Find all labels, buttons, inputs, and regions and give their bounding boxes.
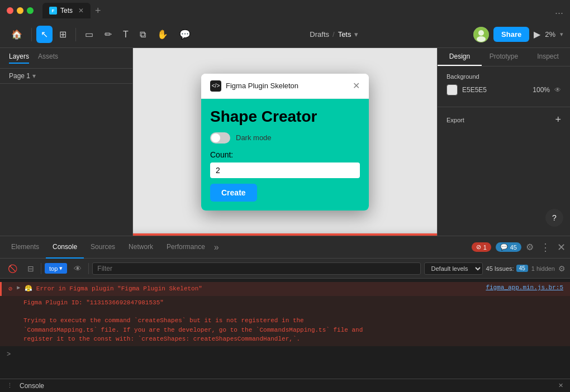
console-error-row: ⊘ ▶ 😤 Error in Figma plugin "Figma Plugi…	[0, 282, 570, 296]
right-panel: Design Prototype Inspect Background E5E5…	[437, 48, 570, 236]
top-label: top	[49, 265, 58, 272]
bg-hex-value[interactable]: E5E5E5	[462, 86, 528, 94]
visibility-icon[interactable]: 👁	[554, 86, 561, 94]
tab-inspect[interactable]: Inspect	[526, 48, 570, 66]
error-count: 1	[483, 244, 487, 251]
page-selector[interactable]: Page 1 ▾	[0, 69, 132, 84]
toolbar-separator-text: /	[332, 30, 335, 39]
dark-mode-toggle[interactable]	[210, 132, 230, 144]
issues-count: 45 Issues: 45	[486, 265, 528, 272]
expand-icon[interactable]: ▶	[17, 284, 20, 291]
toolbar-sep-2	[88, 263, 89, 274]
plugin-titlebar: </> Figma Plugin Skeleton ✕	[201, 74, 369, 99]
minimize-window-button[interactable]	[17, 7, 23, 14]
tab-sources[interactable]: Sources	[84, 236, 122, 259]
home-button[interactable]: 🏠	[7, 26, 27, 43]
page-chevron-icon: ▾	[32, 72, 36, 80]
tab-design[interactable]: Design	[438, 48, 482, 66]
eye-button[interactable]: 👁	[70, 262, 85, 275]
close-window-button[interactable]	[7, 7, 13, 14]
tab-label: Tets	[60, 7, 73, 15]
tab-close-button[interactable]: ✕	[78, 7, 84, 15]
devtools-close-button[interactable]: ✕	[557, 241, 566, 254]
plugin-title: Figma Plugin Skeleton	[226, 82, 348, 90]
dark-mode-row: Dark mode	[210, 132, 360, 144]
shapes-button[interactable]: ▭	[80, 26, 98, 43]
clear-console-button[interactable]: 🚫	[4, 262, 21, 275]
zoom-selector[interactable]: 2%	[545, 30, 555, 39]
bg-color-swatch[interactable]	[446, 84, 458, 95]
avatar	[473, 27, 489, 42]
bg-opacity-value[interactable]: 100%	[533, 86, 550, 94]
devtools-panel: Elements Console Sources Network Perform…	[0, 236, 570, 392]
console-settings-icon[interactable]: ⚙	[558, 264, 566, 273]
bottom-close-button[interactable]: ✕	[558, 382, 563, 389]
active-tab[interactable]: F Tets ✕	[42, 3, 91, 18]
error-badge: ⊘ 1	[472, 242, 491, 252]
devtools-dots-icon[interactable]: ⋮	[540, 241, 550, 254]
help-button[interactable]: ?	[545, 209, 563, 227]
filter-input[interactable]	[92, 262, 420, 275]
toolbar: 🏠 ↖ ⊞ ▭ ✏ T ⧉ ✋ 💬 Drafts / Tets ▾ Share …	[0, 21, 570, 48]
log-levels-select[interactable]: Default levels	[424, 262, 483, 275]
hand-button[interactable]: ✋	[153, 26, 173, 43]
top-context-button[interactable]: top ▾	[45, 263, 67, 274]
comment-button[interactable]: 💬	[175, 26, 195, 43]
layers-tab[interactable]: Layers	[9, 52, 29, 64]
export-add-button[interactable]: +	[555, 114, 561, 126]
toggle-drawer-button[interactable]: ⊟	[24, 262, 37, 275]
maximize-window-button[interactable]	[27, 7, 34, 14]
source-link[interactable]: figma_app.min.js.br:5	[486, 284, 563, 291]
canvas[interactable]: </> Figma Plugin Skeleton ✕ Shape Creato…	[133, 48, 437, 236]
tab-elements[interactable]: Elements	[4, 236, 46, 259]
console-prompt-icon[interactable]: >	[7, 351, 11, 358]
issues-label: 45 Issues:	[486, 265, 514, 272]
frame-tool-button[interactable]: ⊞	[55, 26, 71, 43]
zoom-chevron-icon[interactable]: ▾	[560, 31, 563, 38]
console-output: ⊘ ▶ 😤 Error in Figma plugin "Figma Plugi…	[0, 279, 570, 392]
play-button[interactable]: ▶	[534, 29, 540, 40]
plugin-close-button[interactable]: ✕	[353, 80, 360, 91]
project-name[interactable]: Tets	[338, 30, 352, 39]
error-body-text: Trying to execute the command `createSha…	[7, 316, 363, 344]
devtools-more-tabs[interactable]: »	[214, 242, 219, 252]
chevron-down-icon[interactable]: ▾	[354, 30, 358, 39]
info-icon: 💬	[500, 243, 508, 251]
error-icon: ⊘	[476, 243, 481, 251]
toolbar-separator	[31, 28, 32, 41]
toolbar-center: Drafts / Tets ▾	[197, 30, 471, 39]
create-button[interactable]: Create	[210, 184, 257, 202]
top-chevron-icon: ▾	[59, 265, 63, 272]
assets-tab[interactable]: Assets	[38, 52, 58, 64]
svg-point-1	[478, 30, 484, 36]
error-toast: 😤 Error in Figma plugin "Figma Plugin Sk…	[133, 233, 437, 236]
console-prompt-row: >	[0, 348, 570, 361]
new-tab-button[interactable]: +	[95, 5, 101, 17]
bottom-close-icon: ✕	[558, 382, 563, 389]
info-badge: 💬 45	[496, 242, 521, 252]
pen-button[interactable]: ✏	[100, 26, 116, 43]
dark-mode-label: Dark mode	[236, 133, 272, 142]
toolbar-separator-2	[75, 28, 76, 41]
bottom-bar: ⋮ Console ✕	[0, 379, 570, 392]
background-label: Background	[446, 73, 561, 80]
move-tool-button[interactable]: ↖	[36, 26, 53, 43]
components-button[interactable]: ⧉	[135, 26, 150, 43]
tab-prototype[interactable]: Prototype	[482, 48, 526, 66]
titlebar-more[interactable]: ...	[555, 5, 563, 17]
console-error-body: Trying to execute the command `createSha…	[0, 314, 570, 346]
tab-network[interactable]: Network	[122, 236, 160, 259]
info-count: 45	[510, 244, 517, 251]
plugin-icon-text: </>	[212, 83, 220, 89]
error-main-text: 😤 Error in Figma plugin "Figma Plugin Sk…	[25, 284, 202, 294]
bottom-dots-button[interactable]: ⋮	[7, 382, 13, 389]
text-button[interactable]: T	[118, 26, 133, 43]
tab-console[interactable]: Console	[46, 236, 84, 259]
devtools-gear-icon[interactable]: ⚙	[526, 242, 534, 252]
toolbar-sep	[41, 263, 41, 274]
share-button[interactable]: Share	[493, 27, 529, 42]
hidden-count: 1 hidden	[531, 265, 555, 272]
count-input[interactable]	[210, 162, 360, 178]
tab-performance[interactable]: Performance	[160, 236, 212, 259]
toolbar-right: Share ▶ 2% ▾	[473, 27, 563, 42]
